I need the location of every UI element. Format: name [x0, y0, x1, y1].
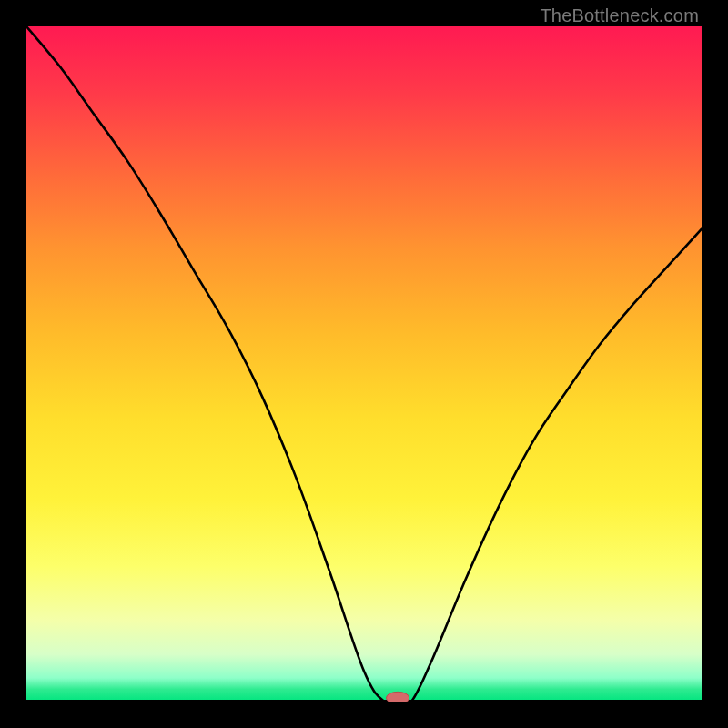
bottleneck-curve — [26, 26, 702, 702]
watermark-text: TheBottleneck.com — [540, 5, 699, 26]
curve-svg — [26, 26, 702, 702]
chart-frame: TheBottleneck.com — [0, 0, 728, 728]
plot-area — [26, 26, 702, 702]
min-marker — [386, 692, 409, 702]
